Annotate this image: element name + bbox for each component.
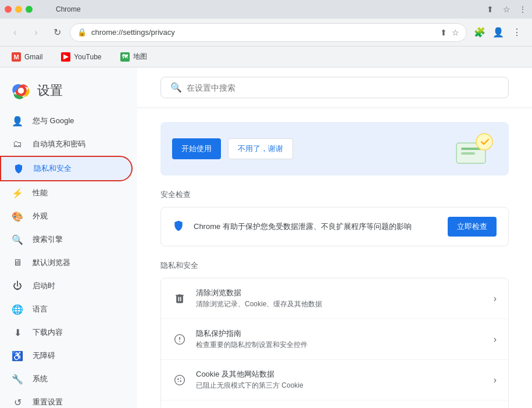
language-icon: 🌐 (12, 303, 23, 315)
svg-point-7 (476, 134, 492, 150)
no-thanks-button[interactable]: 不用了，谢谢 (228, 138, 293, 159)
search-container: 🔍 (137, 67, 532, 108)
more-icon[interactable]: ⋮ (518, 5, 527, 14)
url-bookmark-icon[interactable]: ☆ (452, 28, 459, 37)
sidebar-item-system-label: 系统 (33, 374, 48, 384)
sidebar-item-startup-label: 启动时 (33, 281, 55, 291)
lock-icon: 🔒 (77, 28, 87, 37)
page: 设置 👤 您与 Google 🗂 自动填充和密码 隐私和安全 ⚡ 性能 (0, 67, 532, 408)
bookmark-icon[interactable]: ☆ (502, 5, 511, 14)
maximize-window-btn[interactable] (26, 6, 33, 13)
sidebar-item-accessibility-label: 无障碍 (33, 350, 55, 361)
safety-check-section-title: 安全检查 (160, 189, 509, 200)
autofill-icon: 🗂 (12, 138, 23, 150)
sidebar-item-performance[interactable]: ⚡ 性能 (0, 181, 133, 205)
bookmark-gmail[interactable]: M Gmail (7, 50, 47, 64)
chevron-right-icon-3: › (494, 375, 497, 385)
chevron-right-icon: › (494, 294, 497, 304)
browser-frame: Chrome ⬆ ☆ ⋮ ‹ › ↻ 🔒 chrome://settings/p… (0, 0, 532, 408)
youtube-favicon: ▶ (61, 52, 70, 62)
svg-point-13 (178, 381, 179, 382)
title-bar: Chrome ⬆ ☆ ⋮ (0, 0, 532, 19)
url-share-icon[interactable]: ⬆ (440, 28, 447, 37)
sidebar-item-reset-label: 重置设置 (33, 397, 63, 407)
get-started-button[interactable]: 开始使用 (172, 138, 221, 159)
gmail-favicon: M (12, 52, 21, 62)
sidebar-item-startup[interactable]: ⏻ 启动时 (0, 274, 133, 298)
sidebar-item-default-label: 默认浏览器 (33, 257, 70, 268)
google-icon: 👤 (12, 115, 23, 127)
extensions-icon[interactable]: 🧩 (472, 24, 488, 41)
safety-shield-icon (173, 220, 184, 234)
svg-rect-5 (461, 148, 481, 150)
clear-data-content: 清除浏览数据 清除浏览记录、Cookie、缓存及其他数据 (196, 288, 484, 309)
bookmark-youtube[interactable]: ▶ YouTube (56, 50, 106, 64)
share-icon[interactable]: ⬆ (485, 5, 495, 14)
bookmark-youtube-label: YouTube (74, 53, 101, 61)
sidebar-item-appearance-label: 外观 (33, 211, 48, 221)
tab-title: Chrome (56, 5, 81, 13)
clear-data-title: 清除浏览数据 (196, 288, 484, 298)
svg-point-12 (180, 380, 181, 382)
sidebar-item-system[interactable]: 🔧 系统 (0, 367, 133, 391)
refresh-button[interactable]: ↻ (49, 24, 65, 41)
welcome-banner: 开始使用 不用了，谢谢 (160, 122, 509, 176)
sidebar-item-reset[interactable]: ↺ 重置设置 (0, 391, 133, 408)
privacy-guide-icon (173, 332, 187, 346)
sidebar-item-search[interactable]: 🔍 搜索引擎 (0, 228, 133, 251)
privacy-item-security[interactable]: 安全 安全浏览（保护您免受危险网站的侵害）和其他安全设置 › (161, 400, 508, 408)
bookmark-maps-label: 地图 (133, 52, 147, 62)
sidebar-item-search-label: 搜索引擎 (33, 234, 63, 245)
privacy-item-cookies[interactable]: Cookie 及其他网站数据 已阻止无痕模式下的第三方 Cookie › (161, 360, 508, 400)
bookmark-maps[interactable]: 🗺 地图 (116, 49, 152, 64)
sidebar-header: 设置 (0, 77, 137, 109)
sidebar-item-autofill[interactable]: 🗂 自动填充和密码 (0, 133, 133, 156)
bookmarks-bar: M Gmail ▶ YouTube 🗺 地图 (0, 46, 532, 67)
bookmark-gmail-label: Gmail (24, 53, 42, 61)
privacy-card: 清除浏览数据 清除浏览记录、Cookie、缓存及其他数据 › 隐私保护指南 (160, 278, 509, 408)
sidebar-item-language[interactable]: 🌐 语言 (0, 298, 133, 321)
chrome-logo (12, 81, 30, 100)
profile-icon[interactable]: 👤 (490, 24, 506, 41)
svg-point-3 (18, 88, 24, 94)
appearance-icon: 🎨 (12, 210, 23, 222)
privacy-item-guide[interactable]: 隐私保护指南 检查重要的隐私控制设置和安全控件 › (161, 319, 508, 360)
main-content: 🔍 开始使用 不用了，谢谢 (137, 67, 532, 408)
sidebar-item-privacy-label: 隐私和安全 (34, 163, 72, 174)
sidebar-item-privacy[interactable]: 隐私和安全 (0, 156, 133, 181)
forward-button[interactable]: › (28, 24, 44, 41)
check-now-button[interactable]: 立即检查 (448, 217, 497, 237)
clear-data-desc: 清除浏览记录、Cookie、缓存及其他数据 (196, 299, 484, 309)
back-button[interactable]: ‹ (7, 24, 23, 41)
search-input[interactable] (187, 83, 499, 92)
safety-check-card: Chrome 有助于保护您免受数据泄露、不良扩展程序等问题的影响 立即检查 (160, 207, 509, 246)
privacy-item-clear-data[interactable]: 清除浏览数据 清除浏览记录、Cookie、缓存及其他数据 › (161, 278, 508, 319)
trash-icon (173, 292, 187, 306)
default-browser-icon: 🖥 (12, 257, 23, 269)
reset-icon: ↺ (12, 396, 23, 408)
guide-content: 隐私保护指南 检查重要的隐私控制设置和安全控件 (196, 328, 484, 350)
svg-point-9 (175, 375, 185, 385)
sidebar-item-downloads[interactable]: ⬇ 下载内容 (0, 321, 133, 344)
cookies-title: Cookie 及其他网站数据 (196, 369, 484, 380)
search-bar[interactable]: 🔍 (160, 77, 509, 98)
safety-description: Chrome 有助于保护您免受数据泄露、不良扩展程序等问题的影响 (194, 221, 438, 232)
svg-point-10 (177, 378, 179, 380)
downloads-icon: ⬇ (12, 327, 23, 338)
accessibility-icon: ♿ (12, 350, 23, 362)
menu-icon[interactable]: ⋮ (509, 24, 525, 41)
minimize-window-btn[interactable] (15, 6, 22, 13)
close-window-btn[interactable] (5, 6, 12, 13)
content-area: 开始使用 不用了，谢谢 安全 (137, 108, 532, 408)
sidebar-item-accessibility[interactable]: ♿ 无障碍 (0, 344, 133, 367)
url-text: chrome://settings/privacy (91, 28, 435, 37)
sidebar-item-google[interactable]: 👤 您与 Google (0, 109, 133, 133)
startup-icon: ⏻ (12, 280, 23, 292)
url-bar[interactable]: 🔒 chrome://settings/privacy ⬆ ☆ (70, 23, 467, 42)
sidebar-item-google-label: 您与 Google (33, 116, 74, 126)
sidebar-item-autofill-label: 自动填充和密码 (33, 139, 85, 149)
cookies-desc: 已阻止无痕模式下的第三方 Cookie (196, 381, 484, 391)
sidebar-item-appearance[interactable]: 🎨 外观 (0, 205, 133, 228)
welcome-actions: 开始使用 不用了，谢谢 (172, 138, 293, 159)
sidebar-item-default-browser[interactable]: 🖥 默认浏览器 (0, 251, 133, 274)
